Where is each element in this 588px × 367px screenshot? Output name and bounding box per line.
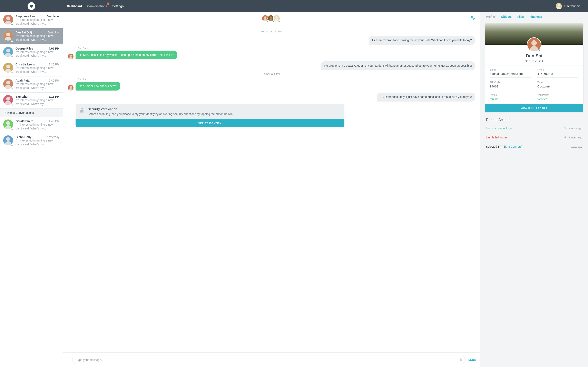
status-indicator — [11, 104, 13, 106]
message-agent: No problem. I've deactivated all of your… — [321, 61, 475, 70]
svg-point-10 — [6, 49, 10, 52]
sender-label: Dan Sai — [78, 47, 475, 50]
field-label: Email — [490, 68, 531, 71]
conversation-time: Yesterday — [47, 135, 60, 139]
nav-conversations-label: Conversations — [87, 4, 107, 8]
conversation-preview: I'm interested in getting a new credit c… — [16, 50, 60, 58]
message-user: Hi, Kim. I misplaced my wallet — can I p… — [76, 50, 177, 59]
svg-point-16 — [6, 81, 10, 85]
message-agent: Hi, Dan! Absolutely. I just have some qu… — [377, 92, 475, 101]
svg-point-4 — [6, 16, 10, 20]
previous-conversations-header: Previous Conversations — [0, 109, 63, 117]
call-icon[interactable] — [471, 16, 476, 21]
profile-card: Dan Sai San Jose, CA Emaildansai1986@gma… — [485, 23, 584, 113]
field-label: Phone — [537, 68, 579, 71]
conversation-item[interactable]: Dan Sai (+2)Just NowI'm interested in ge… — [0, 28, 63, 44]
svg-point-37 — [69, 55, 72, 57]
date-separator: Today, 3:45 PM — [68, 72, 475, 75]
field-type: Customer — [537, 85, 579, 88]
field-verification[interactable]: Verified — [537, 97, 579, 101]
verify-title: Security Verification — [88, 107, 233, 111]
field-label: Type — [537, 81, 579, 84]
action-time: 5 minutes ago — [564, 127, 582, 130]
sender-avatar — [68, 85, 73, 91]
field-label: Verification — [537, 94, 579, 96]
status-indicator — [11, 144, 13, 146]
field-status: Online — [490, 97, 531, 101]
status-indicator — [11, 88, 13, 90]
tab-finances[interactable]: Finances — [530, 15, 542, 20]
bff-link[interactable]: Kim Connors — [505, 145, 521, 148]
conversation-item[interactable]: Sam Zher2:15 PMI'm interested in getting… — [0, 92, 63, 109]
recent-actions-title: Recent Actions — [486, 118, 582, 122]
conversation-time: 2:15 PM — [49, 95, 60, 98]
conversation-time: 1:46 PM — [49, 119, 60, 123]
conversation-preview: I'm interested in getting a new credit c… — [16, 98, 60, 106]
field-phone: 415-509-9818 — [537, 72, 579, 75]
conversation-item[interactable]: Stephanie LeeJust NowI'm interested in g… — [0, 12, 63, 28]
conversation-time: Just Now — [47, 15, 60, 18]
nav-dashboard[interactable]: Dashboard — [67, 4, 82, 8]
conversation-item[interactable]: Adah Patal2:45 PMI'm interested in getti… — [0, 76, 63, 92]
action-label: Last failed log-in — [486, 136, 507, 139]
verify-body: Before continuing, can you please verify… — [88, 112, 233, 116]
svg-point-34 — [276, 16, 278, 19]
conversation-item[interactable]: Glenn CollyYesterdayI'm interested in ge… — [0, 133, 63, 149]
tab-files[interactable]: Files — [517, 15, 524, 20]
conversation-time: 4:02 PM — [49, 47, 60, 50]
user-menu[interactable]: Kim Connors ▾ — [549, 0, 588, 12]
conversation-name: Dan Sai (+2) — [16, 31, 32, 34]
conversation-preview: I'm interested in getting a new credit c… — [16, 139, 60, 146]
conversation-name: George Riley — [16, 47, 33, 50]
action-label: Last successful log-in — [486, 127, 513, 130]
svg-point-31 — [270, 16, 272, 19]
conversation-time: 2:45 PM — [49, 79, 60, 82]
svg-point-13 — [6, 65, 10, 68]
status-indicator — [539, 49, 541, 51]
message-input[interactable] — [72, 356, 466, 364]
nav-conversations-badge: 4 — [107, 2, 109, 5]
chat-pane: Yesterday, 2:13 PM Hi, Dan! Thanks for c… — [63, 12, 480, 367]
conversation-item[interactable]: George Riley4:02 PMI'm interested in get… — [0, 44, 63, 60]
send-button[interactable]: SEND — [468, 359, 476, 361]
svg-point-43 — [531, 40, 537, 46]
status-indicator — [11, 24, 13, 26]
lock-icon — [79, 107, 85, 116]
svg-point-25 — [6, 137, 10, 141]
conversation-name: Stephanie Lee — [16, 15, 35, 18]
recent-action-row: Selected BFF (Kim Connors) 10/14/16 — [486, 142, 582, 151]
svg-point-19 — [6, 97, 10, 100]
svg-point-22 — [6, 121, 10, 125]
conversation-preview: I'm interested in getting a new credit c… — [16, 66, 60, 74]
profile-panel: Profile Widgets Files Finances Dan Sai S… — [480, 12, 588, 367]
svg-point-40 — [69, 86, 72, 88]
conversation-preview: I'm interested in getting a new credit c… — [16, 18, 60, 26]
conversation-preview: I'm interested in getting a new credit c… — [16, 82, 60, 90]
security-verification-card: Security Verification Before continuing,… — [76, 104, 345, 127]
conversation-time: 3:28 PM — [49, 63, 60, 66]
profile-name: Dan Sai — [485, 53, 583, 58]
verify-identity-button[interactable]: VERIFY IDENTITY — [76, 119, 345, 127]
profile-location: San Jose, CA — [485, 59, 583, 63]
conversation-name: Christie Lewis — [16, 63, 35, 66]
tab-widgets[interactable]: Widgets — [501, 15, 512, 20]
add-attachment-button[interactable]: + — [67, 357, 69, 363]
view-full-profile-button[interactable]: VIEW FULL PROFILE — [485, 104, 583, 112]
conversation-name: Glenn Colly — [16, 135, 31, 139]
action-time: 8 minutes ago — [564, 136, 582, 139]
conversation-time: Just Now — [48, 31, 60, 34]
message-agent: Hi, Dan! Thanks for choosing me as your … — [369, 36, 475, 45]
unlock-icon — [459, 358, 462, 361]
conversation-preview: I'm interested in getting a new credit c… — [16, 123, 60, 131]
conversation-item[interactable]: Gerald Smith1:46 PMI'm interested in get… — [0, 117, 63, 133]
message-user: Can I order new checks here? — [76, 82, 120, 91]
conversation-name: Adah Patal — [16, 79, 30, 82]
status-indicator — [11, 56, 13, 58]
svg-point-1 — [558, 4, 560, 7]
nav-settings[interactable]: Settings — [112, 4, 124, 8]
field-email: dansai1986@gmail.com — [490, 72, 531, 75]
chevron-down-icon: ▾ — [582, 5, 584, 7]
conversation-item[interactable]: Christie Lewis3:28 PMI'm interested in g… — [0, 60, 63, 76]
nav-conversations[interactable]: Conversations 4 — [87, 4, 107, 8]
svg-point-28 — [264, 16, 267, 19]
